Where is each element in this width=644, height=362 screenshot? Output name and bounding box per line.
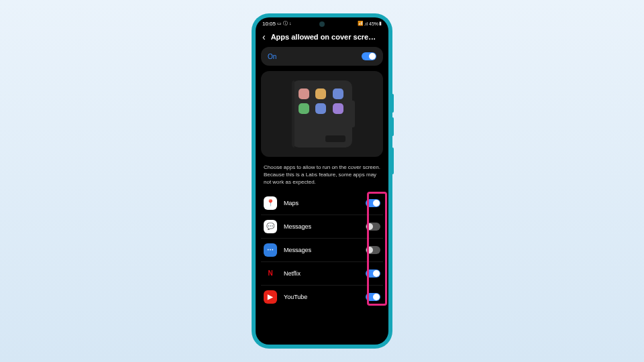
netflix-icon: N (264, 267, 277, 280)
title-bar: ‹ Apps allowed on cover scre… (256, 28, 388, 47)
toggle-knob (366, 223, 373, 230)
messages-icon: ⋯ (264, 243, 277, 257)
battery-icon: ▮ (379, 21, 382, 26)
app-toggle-youtube[interactable] (366, 293, 380, 301)
master-toggle-row[interactable]: On (261, 47, 383, 66)
maps-icon: 📍 (264, 196, 277, 210)
status-left-icons: ▭ ⓘ ↓ (277, 20, 291, 27)
status-right: 📶 .ıl 45% ▮ (358, 21, 382, 26)
master-toggle-switch[interactable] (362, 52, 376, 60)
app-toggle-maps[interactable] (366, 199, 380, 207)
app-row-netflix[interactable]: NNetflix (261, 262, 383, 286)
status-time: 10:05 (262, 21, 276, 27)
app-row-maps[interactable]: 📍Maps (261, 192, 383, 215)
master-toggle-label: On (268, 53, 276, 60)
power-button[interactable] (392, 147, 394, 174)
app-toggle-netflix[interactable] (366, 269, 380, 278)
app-toggle-messages[interactable] (366, 246, 380, 254)
app-row-messages[interactable]: 💬Messages (261, 215, 383, 239)
app-label: Messages (284, 223, 359, 230)
volume-up-button[interactable] (392, 94, 394, 113)
back-icon[interactable]: ‹ (262, 32, 266, 42)
phone-screen: 10:05 ▭ ⓘ ↓ 📶 .ıl 45% ▮ ‹ Apps allowed o… (256, 17, 388, 345)
status-left: 10:05 ▭ ⓘ ↓ (262, 20, 291, 27)
app-row-messages[interactable]: ⋯Messages (261, 239, 383, 262)
preview-card (261, 71, 383, 157)
youtube-icon: ▶ (264, 290, 277, 304)
messages-icon: 💬 (264, 220, 277, 233)
phone-frame: 10:05 ▭ ⓘ ↓ 📶 .ıl 45% ▮ ‹ Apps allowed o… (252, 13, 392, 349)
volume-down-button[interactable] (392, 117, 394, 136)
description-text: Choose apps to allow to run on the cover… (256, 157, 388, 192)
toggle-knob (369, 53, 376, 60)
app-list: 📍Maps💬Messages⋯MessagesNNetflix▶YouTube (256, 192, 388, 308)
camera-hole (319, 21, 325, 27)
app-toggle-messages[interactable] (366, 223, 380, 231)
battery-text: .ıl 45% (364, 21, 378, 26)
app-label: Netflix (284, 270, 359, 277)
preview-device-icon (292, 80, 352, 147)
app-label: YouTube (284, 294, 359, 300)
app-label: Messages (284, 247, 359, 253)
signal-icon: 📶 (358, 21, 364, 26)
toggle-knob (373, 270, 380, 277)
toggle-knob (366, 247, 373, 253)
app-label: Maps (284, 200, 359, 206)
toggle-knob (373, 294, 380, 300)
app-row-youtube[interactable]: ▶YouTube (261, 286, 383, 308)
page-title: Apps allowed on cover scre… (271, 33, 382, 41)
toggle-knob (373, 200, 380, 206)
